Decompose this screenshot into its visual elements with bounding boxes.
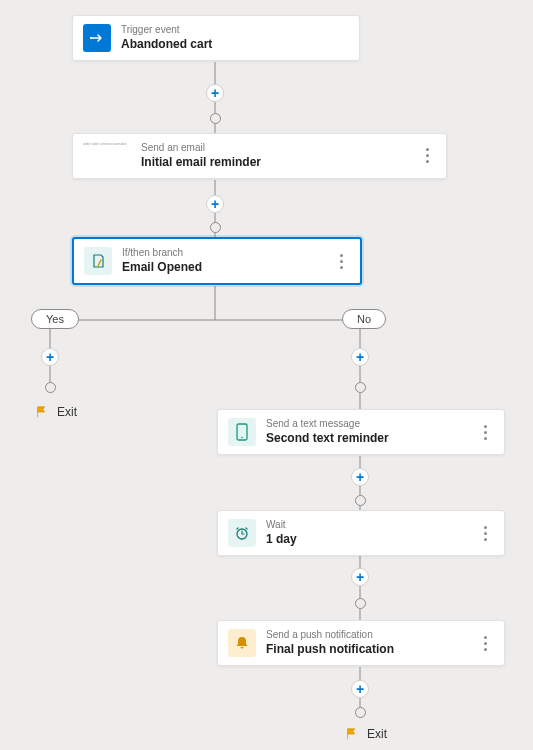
add-step-button[interactable]: + [206,195,224,213]
push-icon [228,629,256,657]
add-step-button[interactable]: + [41,348,59,366]
card-menu-button[interactable] [418,144,436,168]
card-title: Abandoned cart [121,37,349,52]
connector-dot [210,113,221,124]
card-menu-button[interactable] [332,249,350,273]
exit-yes: Exit [35,405,77,419]
connector-dot [45,382,56,393]
card-wait[interactable]: Wait 1 day [217,510,505,556]
connector-dot [355,598,366,609]
wait-icon [228,519,256,547]
add-step-button[interactable]: + [351,568,369,586]
card-title: 1 day [266,532,476,547]
connector-dot [355,495,366,506]
svg-point-9 [90,37,92,39]
card-title: Initial email reminder [141,155,418,170]
card-type: Send an email [141,142,418,155]
card-type: If/then branch [122,247,332,260]
email-preview-thumbnail: wide wide contoso cannabis [83,142,131,146]
branch-no-label: No [342,309,386,329]
add-step-button[interactable]: + [351,468,369,486]
exit-label: Exit [367,727,387,741]
exit-label: Exit [57,405,77,419]
card-title: Second text reminder [266,431,476,446]
card-menu-button[interactable] [476,521,494,545]
connector-dot [210,222,221,233]
connector-dot [355,707,366,718]
card-type: Trigger event [121,24,349,37]
card-sms[interactable]: Send a text message Second text reminder [217,409,505,455]
card-branch[interactable]: If/then branch Email Opened [72,237,362,285]
card-trigger[interactable]: Trigger event Abandoned cart [72,15,360,61]
exit-no: Exit [345,727,387,741]
flag-icon [345,727,359,741]
card-type: Send a push notification [266,629,476,642]
branch-yes-label: Yes [31,309,79,329]
card-push[interactable]: Send a push notification Final push noti… [217,620,505,666]
connector-dot [355,382,366,393]
card-email[interactable]: wide wide contoso cannabis Send an email… [72,133,447,179]
add-step-button[interactable]: + [351,680,369,698]
card-menu-button[interactable] [476,420,494,444]
add-step-button[interactable]: + [351,348,369,366]
sms-icon [228,418,256,446]
card-title: Final push notification [266,642,476,657]
card-type: Wait [266,519,476,532]
add-step-button[interactable]: + [206,84,224,102]
trigger-icon [83,24,111,52]
card-menu-button[interactable] [476,631,494,655]
branch-icon [84,247,112,275]
svg-point-11 [241,437,243,439]
card-type: Send a text message [266,418,476,431]
card-title: Email Opened [122,260,332,275]
flag-icon [35,405,49,419]
